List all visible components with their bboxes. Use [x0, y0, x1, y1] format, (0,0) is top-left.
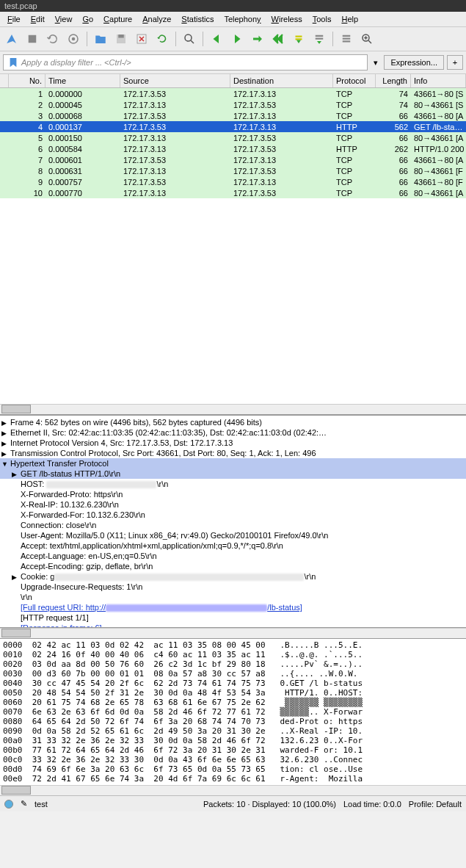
add-filter-button[interactable]: + — [447, 55, 463, 70]
next-icon[interactable] — [228, 30, 246, 48]
details-hscroll[interactable] — [0, 628, 466, 638]
zoom-in-icon[interactable] — [358, 30, 376, 48]
status-bar: ✎ test Packets: 10 · Displayed: 10 (100.… — [0, 795, 466, 811]
menu-wireless[interactable]: Wireless — [267, 13, 307, 25]
col-dest[interactable]: Destination — [230, 74, 333, 87]
display-filter-input[interactable]: Apply a display filter ... <Ctrl-/> — [3, 54, 368, 70]
svg-rect-4 — [118, 35, 124, 38]
restart-icon[interactable] — [44, 30, 62, 48]
packet-row[interactable]: 90.000757172.17.3.53172.17.3.13TCP664366… — [0, 176, 466, 187]
detail-crlf[interactable]: \r\n — [0, 592, 466, 602]
packet-bytes-pane[interactable]: 0000 02 42 ac 11 03 0d 02 42 ac 11 03 35… — [0, 638, 466, 785]
packet-row[interactable]: →40.000137172.17.3.53172.17.3.13HTTP562G… — [0, 121, 466, 132]
prev-icon[interactable] — [208, 30, 225, 48]
packet-row[interactable]: 30.000068172.17.3.53172.17.3.13TCP664366… — [0, 110, 466, 121]
find-icon[interactable] — [181, 30, 198, 48]
detail-ethernet[interactable]: ▶Ethernet II, Src: 02:42:ac:11:03:35 (02… — [0, 427, 466, 438]
colorize-icon[interactable] — [338, 30, 355, 48]
detail-req-num[interactable]: [HTTP request 1/1] — [0, 612, 466, 623]
detail-tcp[interactable]: ▶Transmission Control Protocol, Src Port… — [0, 448, 466, 458]
menu-edit[interactable]: Edit — [26, 13, 49, 25]
detail-ua[interactable]: User-Agent: Mozilla/5.0 (X11; Linux x86_… — [0, 530, 466, 540]
main-toolbar — [0, 27, 466, 51]
svg-rect-11 — [343, 38, 351, 40]
svg-line-14 — [368, 40, 371, 43]
detail-acclang[interactable]: Accept-Language: en-US,en;q=0.5\r\n — [0, 551, 466, 561]
svg-rect-0 — [29, 35, 37, 43]
svg-line-7 — [191, 40, 194, 43]
bookmark-icon — [8, 57, 18, 68]
menu-tools[interactable]: Tools — [308, 13, 336, 25]
packet-row[interactable]: 60.000584172.17.3.13172.17.3.53HTTP262HT… — [0, 143, 466, 154]
detail-get-line[interactable]: ▶GET /lb-status HTTP/1.0\r\n — [0, 469, 466, 479]
col-length[interactable]: Length — [376, 74, 411, 87]
packet-row[interactable]: 20.000045172.17.3.13172.17.3.53TCP7480→4… — [0, 99, 466, 110]
detail-frame[interactable]: ▶Frame 4: 562 bytes on wire (4496 bits),… — [0, 417, 466, 427]
detail-xfp[interactable]: X-Forwarded-Proto: https\r\n — [0, 489, 466, 499]
goto-icon[interactable] — [249, 30, 266, 48]
last-icon[interactable] — [290, 30, 307, 48]
packet-details-pane[interactable]: ▶Frame 4: 562 bytes on wire (4496 bits),… — [0, 415, 466, 628]
detail-resp-frame[interactable]: [Response in frame: 6] — [0, 623, 466, 628]
menu-analyze[interactable]: Analyze — [138, 13, 175, 25]
svg-rect-9 — [316, 38, 324, 40]
status-file: test — [34, 800, 48, 809]
detail-conn[interactable]: Connection: close\r\n — [0, 520, 466, 530]
packet-row[interactable]: 100.000770172.17.3.13172.17.3.53TCP6680→… — [0, 187, 466, 198]
svg-point-2 — [72, 37, 76, 41]
col-info[interactable]: Info — [411, 74, 466, 87]
menu-go[interactable]: Go — [78, 13, 98, 25]
menu-help[interactable]: Help — [337, 13, 363, 25]
packet-row[interactable]: 80.000631172.17.3.13172.17.3.53TCP6680→4… — [0, 165, 466, 176]
detail-ip[interactable]: ▶Internet Protocol Version 4, Src: 172.1… — [0, 438, 466, 448]
hex-hscroll[interactable] — [0, 785, 466, 795]
status-load: Load time: 0:0.0 — [343, 800, 401, 809]
packet-list-pane[interactable]: No. Time Source Destination Protocol Len… — [0, 74, 466, 415]
packet-list-header[interactable]: No. Time Source Destination Protocol Len… — [0, 74, 466, 88]
svg-rect-8 — [316, 35, 324, 37]
col-source[interactable]: Source — [120, 74, 230, 87]
menu-telephony[interactable]: Telephony — [219, 13, 265, 25]
status-packets: Packets: 10 · Displayed: 10 (100.0%) — [203, 800, 336, 809]
detail-upgrade[interactable]: Upgrade-Insecure-Requests: 1\r\n — [0, 582, 466, 592]
detail-accept[interactable]: Accept: text/html,application/xhtml+xml,… — [0, 540, 466, 551]
svg-rect-12 — [343, 40, 351, 42]
status-profile[interactable]: Profile: Default — [409, 800, 462, 809]
menu-file[interactable]: File — [3, 13, 25, 25]
detail-full-uri[interactable]: [Full request URI: http:///lb-status] — [0, 602, 466, 612]
open-icon[interactable] — [92, 30, 109, 48]
packet-list-hscroll[interactable] — [0, 404, 466, 414]
filter-toolbar: Apply a display filter ... <Ctrl-/> ▾ Ex… — [0, 51, 466, 74]
packet-row[interactable]: 10.000000172.17.3.53172.17.3.13TCP744366… — [0, 88, 466, 99]
detail-accenc[interactable]: Accept-Encoding: gzip, deflate, br\r\n — [0, 561, 466, 571]
reload-icon[interactable] — [153, 30, 171, 48]
menu-bar: File Edit View Go Capture Analyze Statis… — [0, 12, 466, 27]
menu-capture[interactable]: Capture — [99, 13, 136, 25]
menu-view[interactable]: View — [51, 13, 77, 25]
svg-rect-10 — [343, 35, 351, 37]
detail-xff[interactable]: X-Forwarded-For: 10.132.6.230\r\n — [0, 510, 466, 520]
expression-button[interactable]: Expression... — [384, 55, 444, 70]
stop-icon[interactable] — [23, 30, 41, 48]
options-icon[interactable] — [65, 30, 82, 48]
packet-row[interactable]: 70.000601172.17.3.53172.17.3.13TCP664366… — [0, 154, 466, 165]
expert-info-icon[interactable] — [4, 800, 13, 809]
svg-point-6 — [185, 35, 192, 41]
packet-row[interactable]: 50.000150172.17.3.13172.17.3.53TCP6680→4… — [0, 132, 466, 143]
shark-fin-icon[interactable] — [3, 30, 21, 48]
save-icon[interactable] — [112, 30, 130, 48]
window-title: test.pcap — [0, 0, 466, 12]
col-no[interactable]: No. — [9, 74, 45, 87]
detail-cookie[interactable]: ▶Cookie: g\r\n — [0, 571, 466, 582]
capture-file-comments-icon[interactable]: ✎ — [21, 799, 27, 809]
first-icon[interactable] — [269, 30, 287, 48]
col-proto[interactable]: Protocol — [333, 74, 376, 87]
detail-http[interactable]: ▼Hypertext Transfer Protocol — [0, 458, 466, 469]
menu-statistics[interactable]: Statistics — [177, 13, 218, 25]
col-time[interactable]: Time — [45, 74, 120, 87]
autoscroll-icon[interactable] — [310, 30, 328, 48]
dropdown-arrow-icon[interactable]: ▾ — [371, 58, 381, 68]
detail-host[interactable]: HOST: \r\n — [0, 479, 466, 489]
detail-xri[interactable]: X-Real-IP: 10.132.6.230\r\n — [0, 499, 466, 510]
close-icon[interactable] — [133, 30, 150, 48]
